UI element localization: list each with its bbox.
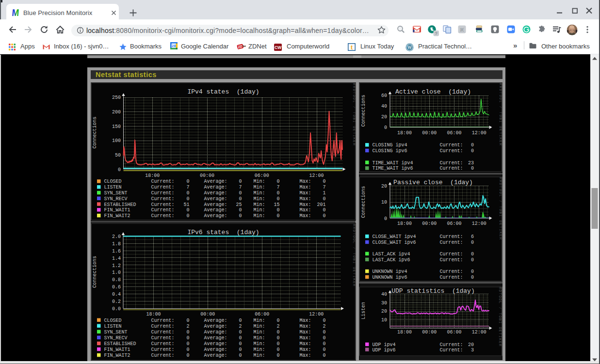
svg-text:25: 25 — [236, 202, 242, 207]
svg-text:UDP ipv4: UDP ipv4 — [373, 342, 396, 348]
svg-text:CLOSING ipv6: CLOSING ipv6 — [373, 148, 407, 154]
svg-text:0: 0 — [323, 353, 325, 358]
svg-text:0: 0 — [239, 341, 242, 347]
svg-text:0: 0 — [186, 353, 189, 358]
svg-text:Max:: Max: — [299, 207, 311, 213]
svg-text:20: 20 — [381, 114, 387, 120]
svg-text:Current:: Current: — [151, 347, 174, 352]
svg-text:00:00: 00:00 — [200, 311, 215, 317]
svg-text:0: 0 — [276, 318, 279, 323]
svg-text:Connections: Connections — [92, 116, 97, 148]
svg-text:Current:: Current: — [151, 318, 174, 323]
svg-text:0: 0 — [186, 318, 189, 323]
svg-text:0: 0 — [186, 335, 189, 341]
svg-text:1.6: 1.6 — [112, 249, 120, 254]
svg-text:TIME_WAIT ipv4: TIME_WAIT ipv4 — [373, 160, 413, 165]
svg-text:40: 40 — [381, 104, 387, 109]
svg-text:0: 0 — [276, 207, 279, 213]
svg-text:06:00: 06:00 — [447, 130, 461, 135]
svg-text:0: 0 — [471, 148, 474, 154]
svg-text:2: 2 — [323, 324, 325, 329]
svg-text:0: 0 — [186, 179, 189, 184]
svg-text:CLOSED: CLOSED — [104, 318, 121, 323]
svg-text:Current:: Current: — [151, 196, 174, 201]
svg-text:Average:: Average: — [204, 353, 227, 358]
svg-text:12:00: 12:00 — [309, 173, 324, 178]
svg-text:28: 28 — [172, 44, 176, 48]
svg-text:Max:: Max: — [299, 318, 311, 323]
svg-text:0: 0 — [239, 347, 242, 352]
svg-text:0: 0 — [323, 330, 325, 335]
svg-text:SYN_SENT: SYN_SENT — [104, 190, 127, 196]
svg-text:Average:: Average: — [204, 335, 227, 341]
svg-text:200: 200 — [112, 109, 120, 114]
svg-text:FIN_WAIT2: FIN_WAIT2 — [104, 353, 130, 358]
svg-text:Average:: Average: — [204, 202, 227, 207]
svg-text:2.0: 2.0 — [112, 234, 120, 239]
svg-text:12:00: 12:00 — [472, 130, 486, 135]
svg-text:Current:: Current: — [440, 148, 463, 154]
svg-text:0: 0 — [276, 196, 279, 201]
svg-text:0: 0 — [239, 318, 242, 323]
svg-text:RRDTOOL / TOBI OETIKER: RRDTOOL / TOBI OETIKER — [352, 224, 356, 287]
svg-text:06:00: 06:00 — [255, 311, 269, 317]
svg-text:50: 50 — [114, 152, 120, 158]
svg-text:ESTABLISHED: ESTABLISHED — [104, 341, 136, 347]
svg-text:0.2: 0.2 — [112, 299, 120, 304]
svg-text:1.2: 1.2 — [112, 263, 120, 268]
svg-text:RRDTOOL / TOBI OETIKER: RRDTOOL / TOBI OETIKER — [352, 83, 356, 146]
svg-text:0: 0 — [471, 275, 474, 280]
svg-text:FIN_WAIT2: FIN_WAIT2 — [104, 213, 130, 219]
svg-text:0: 0 — [239, 213, 242, 219]
svg-text:Average:: Average: — [204, 190, 227, 196]
svg-text:RRDTOOL / TOBI OETIKER: RRDTOOL / TOBI OETIKER — [499, 83, 503, 146]
svg-text:Max:: Max: — [299, 324, 311, 329]
svg-text:Current:: Current: — [151, 207, 174, 213]
svg-text:Net: Net — [242, 45, 246, 47]
svg-text:Max:: Max: — [299, 196, 311, 201]
svg-text:Min:: Min: — [253, 207, 265, 213]
svg-text:20: 20 — [468, 342, 474, 348]
svg-text:Connections: Connections — [361, 95, 366, 127]
svg-text:10: 10 — [381, 317, 387, 323]
svg-text:0: 0 — [471, 240, 474, 245]
svg-text:ESTABLISHED: ESTABLISHED — [104, 202, 136, 207]
svg-text:Average:: Average: — [204, 324, 227, 329]
svg-text:0: 0 — [471, 166, 474, 171]
svg-text:Current:: Current: — [440, 240, 463, 245]
svg-text:40: 40 — [381, 292, 387, 298]
svg-text:Min:: Min: — [253, 185, 265, 190]
svg-text:0: 0 — [323, 213, 325, 219]
svg-text:0: 0 — [276, 179, 279, 184]
svg-text:Max:: Max: — [299, 190, 311, 196]
svg-text:00:00: 00:00 — [422, 221, 437, 226]
svg-text:0: 0 — [323, 341, 325, 347]
svg-text:Min:: Min: — [253, 202, 265, 207]
svg-text:TIME_WAIT ipv6: TIME_WAIT ipv6 — [373, 166, 413, 171]
svg-text:6: 6 — [471, 234, 474, 239]
svg-text:1.8: 1.8 — [112, 241, 120, 247]
svg-text:Current:: Current: — [440, 160, 463, 165]
svg-text:Current:: Current: — [440, 166, 463, 171]
svg-text:Min:: Min: — [253, 213, 265, 219]
svg-text:0: 0 — [276, 190, 279, 196]
svg-text:CLOSED: CLOSED — [104, 179, 121, 184]
svg-text:0: 0 — [276, 335, 279, 341]
svg-text:7: 7 — [239, 185, 242, 190]
svg-text:Current:: Current: — [151, 185, 174, 190]
svg-text:0: 0 — [323, 207, 325, 213]
svg-text:Current:: Current: — [151, 330, 174, 335]
svg-text:0: 0 — [323, 196, 325, 201]
svg-text:CLOSE_WAIT ipv4: CLOSE_WAIT ipv4 — [373, 234, 416, 239]
svg-text:0: 0 — [186, 196, 189, 201]
svg-text:Current:: Current: — [151, 341, 174, 347]
svg-text:t: t — [351, 44, 353, 51]
svg-text:CLOSING ipv4: CLOSING ipv4 — [373, 142, 407, 148]
svg-text:Current:: Current: — [151, 190, 174, 196]
svg-text:Average:: Average: — [204, 341, 227, 347]
svg-text:3: 3 — [471, 348, 474, 353]
svg-text:0: 0 — [239, 190, 242, 196]
svg-text:0: 0 — [471, 257, 474, 263]
svg-text:0: 0 — [117, 167, 120, 172]
svg-text:Current:: Current: — [151, 335, 174, 341]
